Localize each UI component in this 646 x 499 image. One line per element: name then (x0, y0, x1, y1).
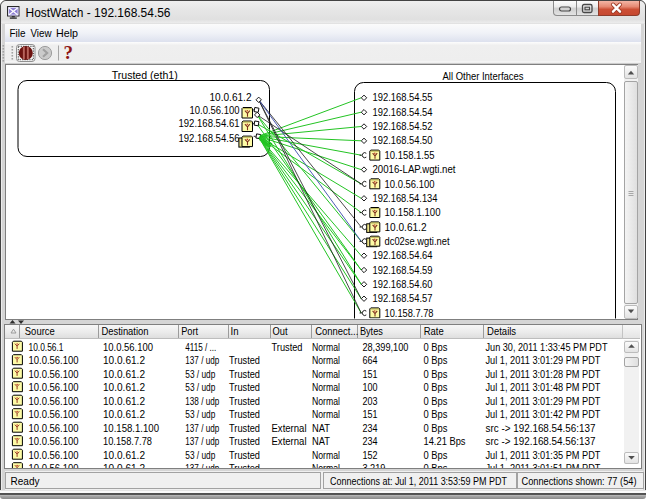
svg-text:10.0.56.100: 10.0.56.100 (385, 178, 435, 190)
svg-text:dc02se.wgti.net: dc02se.wgti.net (385, 235, 450, 247)
svg-text:53 / udp: 53 / udp (185, 381, 215, 393)
svg-text:53 / udp: 53 / udp (185, 368, 215, 380)
svg-text:152: 152 (362, 449, 377, 461)
svg-text:10.158.1.100: 10.158.1.100 (103, 422, 159, 434)
svg-text:137 / udp: 137 / udp (185, 462, 219, 468)
svg-text:137 / udp: 137 / udp (185, 435, 219, 447)
svg-text:0 Bps: 0 Bps (424, 354, 448, 366)
svg-text:20016-LAP.wgti.net: 20016-LAP.wgti.net (373, 163, 456, 175)
svg-text:Trusted: Trusted (272, 341, 303, 353)
svg-text:Trusted: Trusted (229, 381, 260, 393)
svg-text:Normal: Normal (312, 462, 340, 468)
svg-text:Trusted: Trusted (229, 422, 260, 434)
svg-text:Jul 1, 2011 3:01:51 PM PDT: Jul 1, 2011 3:01:51 PM PDT (486, 462, 601, 468)
svg-text:10.0.61.2: 10.0.61.2 (103, 354, 145, 366)
svg-text:0 Bps: 0 Bps (424, 395, 448, 407)
svg-text:10.0.56.100: 10.0.56.100 (29, 354, 79, 366)
svg-text:10.0.56.100: 10.0.56.100 (29, 462, 79, 468)
svg-text:Normal: Normal (312, 395, 340, 407)
svg-text:138 / udp: 138 / udp (185, 395, 219, 407)
svg-text:192.168.54.52: 192.168.54.52 (373, 120, 433, 132)
svg-text:203: 203 (362, 395, 377, 407)
svg-text:10.0.56.100: 10.0.56.100 (29, 395, 79, 407)
svg-text:Ready: Ready (11, 475, 40, 487)
svg-text:Normal: Normal (312, 341, 340, 353)
svg-text:Trusted: Trusted (229, 354, 260, 366)
svg-text:10.0.61.2: 10.0.61.2 (103, 395, 145, 407)
svg-text:53 / udp: 53 / udp (185, 408, 215, 420)
svg-text:Trusted: Trusted (229, 408, 260, 420)
svg-text:NAT: NAT (312, 435, 330, 447)
svg-text:28,399,100: 28,399,100 (362, 341, 408, 353)
svg-text:Jul 1, 2011 3:01:42 PM PDT: Jul 1, 2011 3:01:42 PM PDT (486, 408, 601, 420)
svg-text:192.168.54.61: 192.168.54.61 (179, 117, 240, 129)
svg-text:Source: Source (25, 325, 55, 337)
svg-text:10.0.61.2: 10.0.61.2 (103, 462, 145, 468)
svg-text:10.158.1.55: 10.158.1.55 (385, 149, 435, 161)
svg-text:10.0.56.100: 10.0.56.100 (29, 408, 79, 420)
svg-text:src -> 192.168.54.56:137: src -> 192.168.54.56:137 (486, 422, 596, 434)
svg-text:137 / udp: 137 / udp (185, 422, 219, 434)
svg-text:Trusted: Trusted (229, 449, 260, 461)
svg-text:192.168.54.55: 192.168.54.55 (373, 91, 433, 103)
svg-text:Jul 1, 2011 3:01:29 PM PDT: Jul 1, 2011 3:01:29 PM PDT (486, 395, 601, 407)
svg-text:192.168.54.54: 192.168.54.54 (373, 106, 433, 118)
svg-text:10.0.56.100: 10.0.56.100 (29, 381, 79, 393)
svg-text:External: External (272, 422, 307, 434)
svg-text:137 / udp: 137 / udp (185, 354, 219, 366)
svg-text:Connections at: Jul 1, 2011 3:: Connections at: Jul 1, 2011 3:53:59 PM P… (330, 475, 507, 487)
svg-text:3,219: 3,219 (362, 462, 385, 468)
svg-text:External: External (272, 435, 307, 447)
svg-text:10.0.61.2: 10.0.61.2 (103, 408, 145, 420)
svg-text:10.0.56.100: 10.0.56.100 (103, 341, 153, 353)
svg-text:10.158.7.78: 10.158.7.78 (385, 307, 434, 319)
svg-text:Trusted: Trusted (229, 435, 260, 447)
svg-text:Port: Port (181, 325, 198, 337)
svg-text:Normal: Normal (312, 354, 340, 366)
svg-text:10.0.56.100: 10.0.56.100 (29, 368, 79, 380)
svg-text:0 Bps: 0 Bps (424, 449, 448, 461)
svg-text:Jul 1, 2011 3:01:28 PM PDT: Jul 1, 2011 3:01:28 PM PDT (486, 368, 601, 380)
svg-text:192.168.54.59: 192.168.54.59 (373, 264, 433, 276)
svg-text:100: 100 (362, 381, 377, 393)
svg-text:53 / udp: 53 / udp (185, 449, 215, 461)
svg-text:10.0.61.2: 10.0.61.2 (103, 449, 145, 461)
svg-text:192.168.54.57: 192.168.54.57 (373, 292, 433, 304)
svg-text:10.158.1.100: 10.158.1.100 (385, 206, 441, 218)
svg-text:Trusted (eth1): Trusted (eth1) (112, 69, 178, 81)
svg-text:10.0.56.100: 10.0.56.100 (190, 104, 240, 116)
svg-text:14.21 Bps: 14.21 Bps (424, 435, 466, 447)
svg-text:Normal: Normal (312, 368, 340, 380)
svg-text:10.0.56.100: 10.0.56.100 (29, 449, 79, 461)
svg-text:234: 234 (362, 435, 377, 447)
svg-text:Jul 1, 2011 3:01:48 PM PDT: Jul 1, 2011 3:01:48 PM PDT (486, 381, 601, 393)
svg-text:Out: Out (273, 325, 288, 337)
svg-text:Jun 30, 2011 1:33:45 PM PDT: Jun 30, 2011 1:33:45 PM PDT (486, 341, 608, 353)
svg-text:192.168.54.134: 192.168.54.134 (373, 192, 438, 204)
svg-text:10.0.61.2: 10.0.61.2 (103, 368, 145, 380)
svg-text:10.0.56.1: 10.0.56.1 (29, 341, 64, 353)
svg-text:All Other Interfaces: All Other Interfaces (443, 70, 524, 82)
svg-text:src -> 192.168.54.56:137: src -> 192.168.54.56:137 (486, 435, 596, 447)
svg-text:10.0.61.2: 10.0.61.2 (210, 91, 252, 103)
svg-text:Normal: Normal (312, 408, 340, 420)
svg-text:10.0.56.100: 10.0.56.100 (29, 422, 79, 434)
svg-text:192.168.54.50: 192.168.54.50 (373, 134, 433, 146)
svg-text:0 Bps: 0 Bps (424, 462, 448, 468)
svg-text:Connections shown: 77 (54): Connections shown: 77 (54) (522, 475, 637, 487)
svg-text:192.168.54.56: 192.168.54.56 (179, 132, 240, 144)
svg-text:4115 / ...: 4115 / ... (185, 341, 216, 353)
svg-text:10.0.56.100: 10.0.56.100 (29, 435, 79, 447)
svg-text:Jul 1, 2011 3:01:29 PM PDT: Jul 1, 2011 3:01:29 PM PDT (486, 354, 601, 366)
svg-text:Trusted: Trusted (229, 395, 260, 407)
svg-text:0 Bps: 0 Bps (424, 368, 448, 380)
svg-text:Normal: Normal (312, 381, 340, 393)
svg-text:192.168.54.64: 192.168.54.64 (373, 249, 433, 261)
svg-text:664: 664 (362, 354, 377, 366)
svg-text:10.158.7.78: 10.158.7.78 (103, 435, 152, 447)
svg-text:192.168.54.60: 192.168.54.60 (373, 278, 433, 290)
svg-text:151: 151 (362, 408, 377, 420)
svg-text:0 Bps: 0 Bps (424, 408, 448, 420)
svg-text:151: 151 (362, 368, 377, 380)
svg-text:234: 234 (362, 422, 377, 434)
